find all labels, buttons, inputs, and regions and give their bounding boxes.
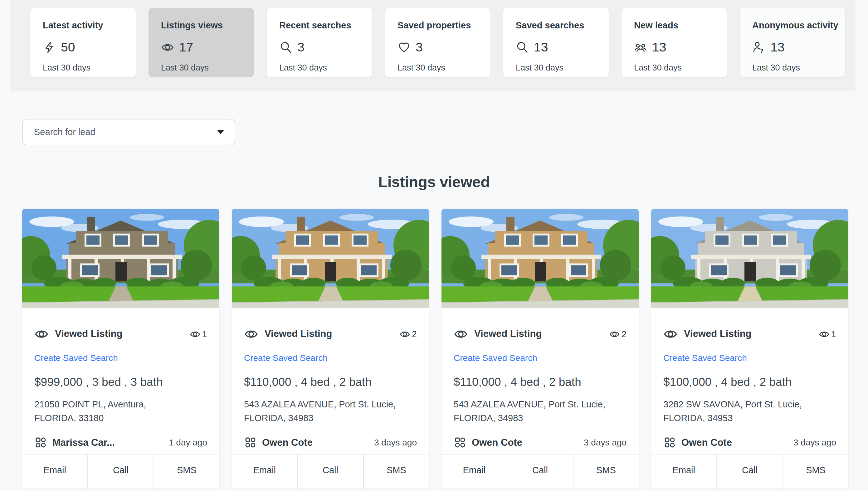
listing-photo[interactable]	[651, 209, 848, 308]
sms-button[interactable]: SMS	[363, 455, 429, 489]
listing-card: Viewed Listing 1 Create Saved Search $10…	[651, 209, 848, 489]
create-saved-search-link[interactable]: Create Saved Search	[454, 353, 537, 363]
sms-button[interactable]: SMS	[782, 455, 848, 489]
stat-value-row: 3	[279, 40, 366, 55]
email-button[interactable]: Email	[441, 455, 507, 489]
listing-summary: $110,000 , 4 bed , 2 bath	[454, 376, 627, 389]
status-label: Viewed Listing	[474, 326, 546, 341]
call-button[interactable]: Call	[716, 455, 782, 489]
search-icon	[516, 41, 529, 54]
grid-icon	[454, 436, 466, 449]
stat-card-label: Saved searches	[516, 20, 603, 31]
view-count: 1	[202, 329, 207, 339]
listing-photo[interactable]	[22, 209, 219, 308]
stat-period: Last 30 days	[279, 63, 366, 73]
create-saved-search-link[interactable]: Create Saved Search	[34, 353, 118, 363]
view-count-badge: 1	[819, 329, 836, 340]
stat-card[interactable]: Anonymous activity 13 Last 30 days	[740, 8, 845, 77]
stat-period: Last 30 days	[161, 63, 248, 73]
eye-icon	[819, 329, 830, 340]
grid-icon	[663, 436, 676, 449]
call-button[interactable]: Call	[507, 455, 573, 489]
lead-left: Owen Cote	[244, 436, 313, 449]
house-illustration	[232, 209, 429, 308]
stat-value-row: 17	[161, 40, 248, 55]
email-button[interactable]: Email	[651, 455, 716, 489]
status-row: Viewed Listing 1	[663, 326, 836, 341]
listing-address: 21050 POINT PL, Aventura, FLORIDA, 33180	[34, 397, 190, 425]
stat-card[interactable]: Recent searches 3 Last 30 days	[267, 8, 372, 77]
lead-left: Owen Cote	[663, 436, 732, 449]
page-title: Listings viewed	[0, 173, 868, 191]
listing-actions: Email Call SMS	[441, 454, 639, 489]
status-row: Viewed Listing 2	[454, 326, 627, 341]
stat-value-row: 13	[752, 40, 839, 55]
listing-actions: Email Call SMS	[232, 454, 429, 489]
lead-search-select[interactable]	[22, 119, 235, 145]
stat-card-label: New leads	[634, 20, 721, 31]
stat-value-row: 13	[516, 40, 603, 55]
create-saved-search-link[interactable]: Create Saved Search	[244, 353, 327, 363]
view-count: 2	[621, 329, 627, 339]
status-row: Viewed Listing 2	[244, 326, 417, 341]
stat-card[interactable]: New leads 13 Last 30 days	[621, 8, 727, 77]
lead-name: Owen Cote	[682, 437, 732, 448]
eye-icon	[663, 327, 678, 341]
lead-timestamp: 1 day ago	[169, 438, 207, 447]
listing-photo[interactable]	[441, 209, 639, 308]
lead-timestamp: 3 days ago	[374, 438, 417, 447]
email-button[interactable]: Email	[232, 455, 297, 489]
status-left: Viewed Listing	[34, 326, 127, 341]
listing-card-body: Viewed Listing 2 Create Saved Search $11…	[232, 308, 429, 449]
search-input[interactable]	[33, 127, 213, 138]
status-label: Viewed Listing	[55, 326, 127, 341]
eye-icon	[34, 327, 49, 341]
eye-icon	[190, 329, 201, 340]
sms-button[interactable]: SMS	[573, 455, 639, 489]
grid-icon	[34, 436, 47, 449]
stat-value-row: 3	[398, 40, 484, 55]
email-button[interactable]: Email	[22, 455, 87, 489]
listings-row: Viewed Listing 1 Create Saved Search $99…	[22, 209, 848, 489]
listing-summary: $110,000 , 4 bed , 2 bath	[244, 376, 417, 389]
stat-card-label: Anonymous activity	[752, 20, 839, 31]
call-button[interactable]: Call	[87, 455, 153, 489]
eye-icon	[609, 329, 620, 340]
stat-card[interactable]: Saved properties 3 Last 30 days	[385, 8, 490, 77]
stat-card[interactable]: Latest activity 50 Last 30 days	[30, 8, 136, 77]
lead-left: Owen Cote	[454, 436, 522, 449]
listing-photo[interactable]	[232, 209, 429, 308]
listing-card-body: Viewed Listing 1 Create Saved Search $10…	[651, 308, 848, 449]
stat-card-label: Listings views	[161, 20, 248, 31]
lead-name: Marissa Car...	[52, 437, 115, 448]
status-label: Viewed Listing	[265, 326, 336, 341]
stat-value: 50	[61, 40, 75, 55]
stat-card-label: Recent searches	[279, 20, 366, 31]
listing-actions: Email Call SMS	[22, 454, 219, 489]
lead-row: Marissa Car... 1 day ago	[34, 436, 207, 449]
sms-button[interactable]: SMS	[153, 455, 219, 489]
stat-card-label: Latest activity	[43, 20, 129, 31]
status-row: Viewed Listing 1	[34, 326, 207, 341]
user-question-icon	[752, 41, 765, 54]
view-count: 2	[412, 329, 417, 339]
stat-card[interactable]: Listings views 17 Last 30 days	[148, 8, 254, 77]
create-saved-search-link[interactable]: Create Saved Search	[663, 353, 747, 363]
stat-value: 3	[297, 40, 305, 55]
listing-address: 543 AZALEA AVENUE, Port St. Lucie, FLORI…	[244, 397, 400, 425]
listing-summary: $999,000 , 3 bed , 3 bath	[34, 376, 207, 389]
listing-card-body: Viewed Listing 2 Create Saved Search $11…	[441, 308, 639, 449]
eye-icon	[454, 327, 468, 341]
stat-card[interactable]: Saved searches 13 Last 30 days	[503, 8, 609, 77]
lightning-icon	[43, 41, 56, 54]
lead-row: Owen Cote 3 days ago	[454, 436, 627, 449]
listing-card: Viewed Listing 2 Create Saved Search $11…	[232, 209, 429, 489]
view-count-badge: 2	[399, 329, 417, 340]
lead-row: Owen Cote 3 days ago	[244, 436, 417, 449]
lead-row: Owen Cote 3 days ago	[663, 436, 836, 449]
stat-card-label: Saved properties	[398, 20, 484, 31]
lead-left: Marissa Car...	[34, 436, 115, 449]
call-button[interactable]: Call	[297, 455, 363, 489]
status-label: Viewed Listing	[684, 326, 756, 341]
stat-value-row: 13	[634, 40, 721, 55]
